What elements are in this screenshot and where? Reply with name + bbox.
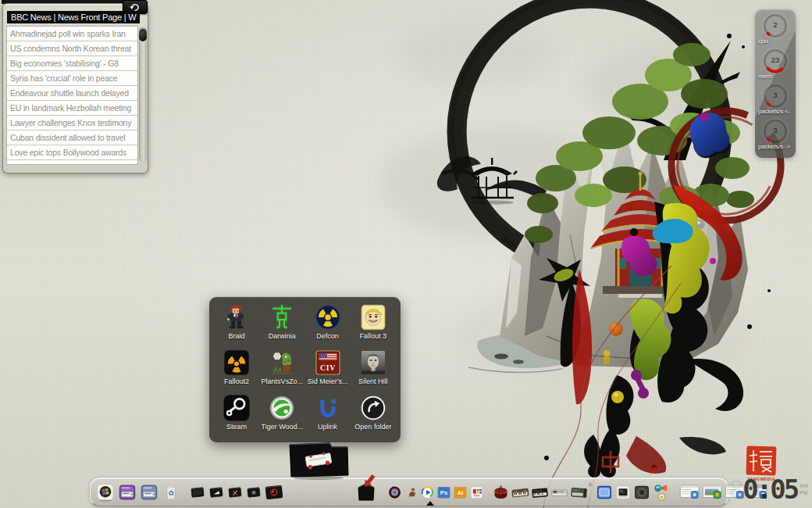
gauge-label: packets/s <-	[758, 108, 790, 115]
clock-am-label: AM	[800, 483, 808, 488]
game-label: Defcon	[316, 332, 339, 340]
game-sid-meiers-civ[interactable]: Sid Meier's...	[305, 349, 351, 393]
game-fallout2[interactable]: Fallout2	[214, 349, 259, 393]
headline-item[interactable]: Cuban dissident allowed to travel	[7, 131, 137, 145]
dock-icon-drive-purple[interactable]	[117, 481, 137, 504]
clock-ampm: AM PM	[800, 483, 808, 495]
game-darwinia[interactable]: Darwinia	[259, 303, 304, 348]
desktop-clock: 8 0:05 AM PM	[728, 474, 808, 505]
dock-icon-glyph	[161, 482, 181, 503]
dock-icon-photoshop[interactable]	[436, 481, 451, 504]
headline-item[interactable]: Ahmadinejad poll win sparks Iran	[7, 27, 137, 41]
dock-icon-recycle-bin[interactable]	[161, 481, 181, 504]
dock-icon-glyph	[614, 482, 632, 503]
taskbar-thumb-1[interactable]	[679, 481, 700, 504]
running-app-indicator	[426, 501, 434, 506]
game-icon	[314, 349, 342, 377]
dock-icon-drive-blue[interactable]	[139, 481, 159, 504]
game-braid[interactable]: Braid	[214, 303, 259, 348]
window-thumbnail	[679, 484, 700, 500]
dock-icon-tray-cluster[interactable]	[652, 481, 671, 504]
games-stack-popup: Braid Darwinia Defcon Fallout 3 Fallout2…	[209, 297, 401, 442]
headline-item[interactable]: Big economies 'stabilising' - G8	[7, 56, 137, 71]
dock-icon-glyph	[492, 481, 510, 503]
dock-icon-power[interactable]	[633, 481, 650, 504]
headline-item[interactable]: Lawyer challenges Knox testimony	[7, 116, 137, 131]
headline-item[interactable]: Love epic tops Bollywood awards	[7, 145, 137, 160]
dock-icon-glyph	[453, 482, 468, 503]
game-fallout3[interactable]: Fallout 3	[351, 303, 396, 348]
dock-icon-folder-screens[interactable]	[189, 481, 206, 504]
window-thumbnail	[702, 484, 723, 500]
dock-group-folders	[188, 478, 380, 506]
gauge-value: 23	[755, 55, 796, 64]
dock-icon-illustrator[interactable]	[453, 481, 468, 504]
headline-item[interactable]: EU in landmark Hezbollah meeting	[7, 101, 137, 116]
dock-icon-games-folder[interactable]	[286, 481, 351, 506]
dock-group-utilities	[595, 478, 672, 506]
game-icon	[268, 303, 296, 331]
game-plants-vs-zombies[interactable]: PlantsVsZo...	[259, 349, 304, 393]
dock-icon-game-figure[interactable]	[404, 481, 418, 504]
dock-icon-folder-papers[interactable]	[208, 481, 225, 504]
clock-time: 0:05	[743, 474, 797, 505]
headline-item[interactable]: Endeavour shuttle launch delayed	[7, 86, 137, 101]
game-silent-hill[interactable]: Silent Hill	[351, 349, 396, 393]
dock-icon-midi-keyboard[interactable]	[511, 481, 529, 504]
game-icon	[268, 394, 296, 422]
dock-icon-glyph	[208, 482, 225, 503]
game-icon	[223, 303, 251, 331]
dock-icon-terminal[interactable]	[614, 481, 632, 504]
headline-item[interactable]: US condemns North Korean threat	[7, 41, 137, 56]
game-label: Steam	[226, 423, 247, 431]
dock-icon-start[interactable]	[95, 481, 116, 504]
game-icon	[314, 303, 342, 331]
news-scrollbar-thumb[interactable]	[139, 29, 147, 41]
dock-icon-synth-dark[interactable]	[531, 481, 549, 504]
dock-icon-glyph	[245, 482, 262, 503]
dock-icon-media-player[interactable]	[420, 481, 435, 504]
dock-icon-file-manager[interactable]	[596, 481, 613, 504]
headline-item[interactable]: Syria has 'crucial' role in peace	[7, 71, 137, 86]
gauge: 2 cpu	[755, 11, 796, 46]
game-icon	[359, 394, 387, 422]
dock-icon-glyph	[652, 482, 671, 503]
dock-icon-office[interactable]	[469, 481, 484, 504]
dock-icon-browser[interactable]	[387, 481, 402, 504]
dock-icon-glyph	[226, 482, 244, 503]
dock-icon-folder-media[interactable]	[264, 481, 284, 504]
dock-icon-folder-emblem[interactable]	[245, 481, 262, 504]
dock-icon-glyph	[550, 481, 568, 503]
game-defcon[interactable]: Defcon	[305, 303, 351, 348]
news-feed-title[interactable]: BBC News | News Front Page | W	[7, 11, 140, 23]
dock-group-system	[94, 478, 182, 506]
dock-icon-synth-rack[interactable]	[550, 481, 568, 504]
dock-icon-glyph	[404, 482, 418, 503]
dock-icon-glyph	[420, 482, 435, 503]
game-label: Fallout2	[224, 377, 249, 385]
system-monitor-widget: 2 cpu 23 mem 3 packets/s <-	[755, 9, 796, 158]
gauge-value: 2	[755, 20, 796, 29]
dock-icon-glyph	[189, 482, 206, 503]
open-folder[interactable]: Open folder	[351, 394, 396, 438]
game-label: Sid Meier's...	[308, 377, 348, 385]
dock-icon-glyph	[596, 482, 613, 503]
dock-icon-folder-tools[interactable]	[226, 481, 244, 504]
game-uplink[interactable]: Uplink	[305, 394, 351, 438]
game-label: Braid	[229, 332, 245, 340]
dock-icon-glyph	[387, 482, 402, 503]
dock-icon-drum-machine[interactable]	[492, 481, 510, 504]
desktop: { "news_widget": { "title": "BBC News | …	[0, 0, 812, 508]
game-icon	[268, 349, 296, 377]
dock-icon-downloads[interactable]	[353, 481, 379, 504]
gauge-label: packets/s ->	[758, 143, 790, 150]
dock-icon-glyph	[117, 482, 137, 503]
news-scrollbar[interactable]	[139, 27, 147, 162]
game-tiger-woods[interactable]: Tiger Wood...	[259, 394, 304, 438]
dock-icon-glyph	[570, 481, 588, 503]
taskbar-thumb-2[interactable]	[702, 481, 723, 504]
dock-icon-keyboard-green[interactable]	[570, 481, 588, 504]
headline-empty-row	[7, 160, 137, 165]
clock-pm-label: PM	[800, 490, 808, 495]
game-steam[interactable]: Steam	[214, 394, 259, 438]
